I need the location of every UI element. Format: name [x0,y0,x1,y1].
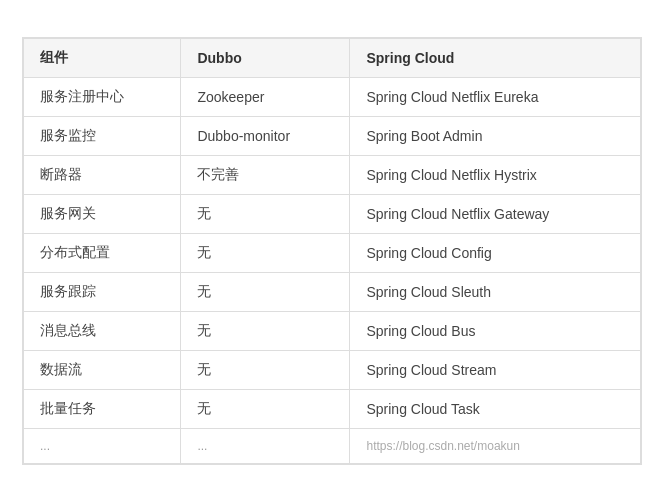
cell-spring-cloud: Spring Cloud Config [350,233,641,272]
table-row: 消息总线无Spring Cloud Bus [24,311,641,350]
cell-dubbo: 无 [181,272,350,311]
table-row: 服务注册中心ZookeeperSpring Cloud Netflix Eure… [24,77,641,116]
table-row: 数据流无Spring Cloud Stream [24,350,641,389]
cell-spring-cloud: Spring Cloud Bus [350,311,641,350]
cell-component: 服务网关 [24,194,181,233]
table-header-row: 组件 Dubbo Spring Cloud [24,38,641,77]
cell-spring-cloud: Spring Cloud Netflix Hystrix [350,155,641,194]
table-row: ......https://blog.csdn.net/moakun [24,428,641,463]
cell-spring-cloud: https://blog.csdn.net/moakun [350,428,641,463]
cell-spring-cloud: Spring Boot Admin [350,116,641,155]
cell-component: 分布式配置 [24,233,181,272]
cell-spring-cloud: Spring Cloud Sleuth [350,272,641,311]
cell-dubbo: 无 [181,311,350,350]
table-row: 分布式配置无Spring Cloud Config [24,233,641,272]
cell-component: 批量任务 [24,389,181,428]
cell-component: 服务注册中心 [24,77,181,116]
table-row: 断路器不完善Spring Cloud Netflix Hystrix [24,155,641,194]
cell-component: 断路器 [24,155,181,194]
table-row: 批量任务无Spring Cloud Task [24,389,641,428]
cell-dubbo: 无 [181,194,350,233]
cell-component: 数据流 [24,350,181,389]
header-dubbo: Dubbo [181,38,350,77]
table-row: 服务跟踪无Spring Cloud Sleuth [24,272,641,311]
cell-component: ... [24,428,181,463]
cell-dubbo: Zookeeper [181,77,350,116]
cell-dubbo: 无 [181,350,350,389]
cell-component: 消息总线 [24,311,181,350]
cell-dubbo: ... [181,428,350,463]
table-row: 服务网关无Spring Cloud Netflix Gateway [24,194,641,233]
cell-dubbo: Dubbo-monitor [181,116,350,155]
cell-spring-cloud: Spring Cloud Netflix Gateway [350,194,641,233]
header-spring-cloud: Spring Cloud [350,38,641,77]
cell-spring-cloud: Spring Cloud Task [350,389,641,428]
table-row: 服务监控Dubbo-monitorSpring Boot Admin [24,116,641,155]
comparison-table-wrapper: 组件 Dubbo Spring Cloud 服务注册中心ZookeeperSpr… [22,37,642,465]
cell-dubbo: 无 [181,389,350,428]
cell-component: 服务监控 [24,116,181,155]
comparison-table: 组件 Dubbo Spring Cloud 服务注册中心ZookeeperSpr… [23,38,641,464]
cell-spring-cloud: Spring Cloud Stream [350,350,641,389]
cell-dubbo: 不完善 [181,155,350,194]
cell-spring-cloud: Spring Cloud Netflix Eureka [350,77,641,116]
watermark-text: https://blog.csdn.net/moakun [366,439,519,453]
cell-dubbo: 无 [181,233,350,272]
cell-component: 服务跟踪 [24,272,181,311]
header-component: 组件 [24,38,181,77]
